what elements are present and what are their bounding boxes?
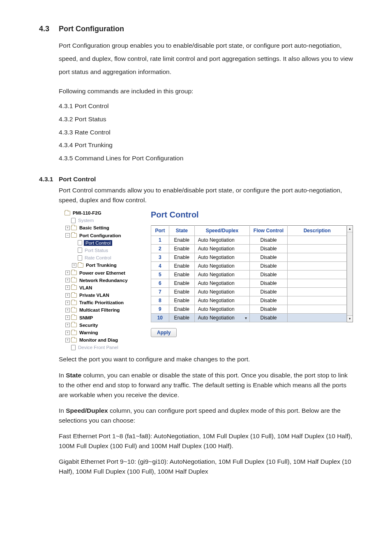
cell-description[interactable] <box>288 313 347 322</box>
tree-item-private-vlan[interactable]: +Private VLAN <box>59 291 142 299</box>
tree-item-snmp[interactable]: +SNMP <box>59 314 142 321</box>
cell-state[interactable]: Enable <box>169 313 194 322</box>
cell-state[interactable]: Enable <box>169 296 194 305</box>
cell-description[interactable] <box>288 253 347 261</box>
cell-description[interactable] <box>288 236 347 244</box>
section-following: Following commands are included in this … <box>59 85 353 98</box>
expand-icon[interactable]: + <box>65 323 70 327</box>
tree-item-system[interactable]: System <box>59 217 142 224</box>
cell-state[interactable]: Enable <box>169 253 194 261</box>
cell-description[interactable] <box>288 270 347 279</box>
tree-label: Warning <box>78 330 99 335</box>
cell-flow-control[interactable]: Disable <box>250 305 288 313</box>
tree-item-basic-setting[interactable]: +Basic Setting <box>59 224 142 231</box>
cell-state[interactable]: Enable <box>169 279 194 287</box>
expand-icon[interactable]: + <box>65 285 70 290</box>
cell-flow-control[interactable]: Disable <box>250 236 288 244</box>
tree-item-multicast-filtering[interactable]: +Multicast Filtering <box>59 306 142 314</box>
tree-item-port-trunking[interactable]: +Port Trunking <box>59 261 142 269</box>
cell-description[interactable] <box>288 261 347 270</box>
tree-root[interactable]: PMI-110-F2G <box>59 209 142 217</box>
cell-flow-control[interactable]: Disable <box>250 287 288 296</box>
tree-item-port-control[interactable]: Port Control <box>59 239 142 247</box>
tree-item-monitor-diag[interactable]: +Monitor and Diag <box>59 336 142 344</box>
table-row[interactable]: 8EnableAuto NegotiationDisable <box>151 296 347 305</box>
table-row[interactable]: 1EnableAuto NegotiationDisable <box>151 236 347 244</box>
expand-icon[interactable]: + <box>65 301 70 305</box>
cell-flow-control[interactable]: Disable <box>250 253 288 261</box>
table-row[interactable]: 9EnableAuto NegotiationDisable <box>151 305 347 313</box>
table-row[interactable]: 3EnableAuto NegotiationDisable <box>151 253 347 261</box>
cell-description[interactable] <box>288 279 347 287</box>
cell-speed-duplex[interactable]: Auto Negotiation <box>194 287 249 296</box>
scroll-up-icon[interactable]: ▴ <box>347 226 353 232</box>
cell-description[interactable] <box>288 305 347 313</box>
cell-speed-duplex[interactable]: Auto Negotiation <box>194 305 249 313</box>
cell-description[interactable] <box>288 244 347 253</box>
expand-icon[interactable]: + <box>65 331 70 335</box>
tree-label: Security <box>78 323 99 328</box>
expand-icon[interactable]: + <box>65 278 70 282</box>
table-row[interactable]: 5EnableAuto NegotiationDisable <box>151 270 347 279</box>
scroll-down-icon[interactable]: ▾ <box>347 315 353 322</box>
tree-item-network-redundancy[interactable]: +Network Redundancy <box>59 277 142 284</box>
cell-speed-duplex[interactable]: Auto Negotiation <box>194 296 249 305</box>
cell-port[interactable]: 5 <box>151 270 169 279</box>
cell-state[interactable]: Enable <box>169 244 194 253</box>
cell-state[interactable]: Enable <box>169 261 194 270</box>
tree-item-rate-control[interactable]: Rate Control <box>59 254 142 261</box>
table-row[interactable]: 7EnableAuto NegotiationDisable <box>151 287 347 296</box>
cell-port[interactable]: 3 <box>151 253 169 261</box>
cell-state[interactable]: Enable <box>169 236 194 244</box>
cell-port[interactable]: 8 <box>151 296 169 305</box>
cell-port[interactable]: 6 <box>151 279 169 287</box>
cell-flow-control[interactable]: Disable <box>250 313 288 322</box>
expand-icon[interactable]: + <box>65 315 70 320</box>
tree-item-vlan[interactable]: +VLAN <box>59 284 142 291</box>
cell-description[interactable] <box>288 296 347 305</box>
cell-port[interactable]: 4 <box>151 261 169 270</box>
tree-item-port-status[interactable]: Port Status <box>59 247 142 254</box>
tree-item-security[interactable]: +Security <box>59 321 142 329</box>
scroll-track[interactable] <box>347 232 353 315</box>
cell-speed-duplex[interactable]: Auto Negotiation <box>194 279 249 287</box>
cell-port[interactable]: 10 <box>151 313 169 322</box>
cell-flow-control[interactable]: Disable <box>250 270 288 279</box>
cell-speed-duplex[interactable]: Auto Negotiation <box>194 236 249 244</box>
cell-state[interactable]: Enable <box>169 305 194 313</box>
cell-port[interactable]: 9 <box>151 305 169 313</box>
cell-state[interactable]: Enable <box>169 287 194 296</box>
expand-icon[interactable]: + <box>65 271 70 275</box>
cell-flow-control[interactable]: Disable <box>250 296 288 305</box>
expand-icon[interactable]: + <box>65 308 70 312</box>
table-row[interactable]: 4EnableAuto NegotiationDisable <box>151 261 347 270</box>
cell-port[interactable]: 1 <box>151 236 169 244</box>
cell-speed-duplex[interactable]: Auto Negotiation <box>194 270 249 279</box>
expand-icon[interactable]: + <box>65 226 70 230</box>
apply-button[interactable]: Apply <box>151 328 177 337</box>
cell-speed-duplex[interactable]: Auto Negotiation <box>194 261 249 270</box>
collapse-icon[interactable]: − <box>65 233 70 238</box>
cell-port[interactable]: 2 <box>151 244 169 253</box>
cell-flow-control[interactable]: Disable <box>250 261 288 270</box>
scrollbar[interactable]: ▴ ▾ <box>347 225 353 322</box>
cell-description[interactable] <box>288 287 347 296</box>
cell-flow-control[interactable]: Disable <box>250 279 288 287</box>
table-row[interactable]: 10EnableAuto NegotiationDisable <box>151 313 347 322</box>
tree-item-device-front-panel[interactable]: Device Front Panel <box>59 344 142 351</box>
tree-item-traffic-prioritization[interactable]: +Traffic Prioritization <box>59 299 142 306</box>
table-row[interactable]: 2EnableAuto NegotiationDisable <box>151 244 347 253</box>
tree-item-poe[interactable]: +Power over Ethernet <box>59 269 142 276</box>
cell-state[interactable]: Enable <box>169 270 194 279</box>
cell-flow-control[interactable]: Disable <box>250 244 288 253</box>
cell-speed-duplex[interactable]: Auto Negotiation <box>194 244 249 253</box>
cell-speed-duplex[interactable]: Auto Negotiation <box>194 253 249 261</box>
expand-icon[interactable]: + <box>72 263 76 268</box>
tree-item-warning[interactable]: +Warning <box>59 329 142 336</box>
expand-icon[interactable]: + <box>65 293 70 298</box>
tree-item-port-configuration[interactable]: −Port Configuration <box>59 231 142 239</box>
cell-port[interactable]: 7 <box>151 287 169 296</box>
cell-speed-duplex[interactable]: Auto Negotiation <box>194 313 249 322</box>
table-row[interactable]: 6EnableAuto NegotiationDisable <box>151 279 347 287</box>
expand-icon[interactable]: + <box>65 338 70 342</box>
